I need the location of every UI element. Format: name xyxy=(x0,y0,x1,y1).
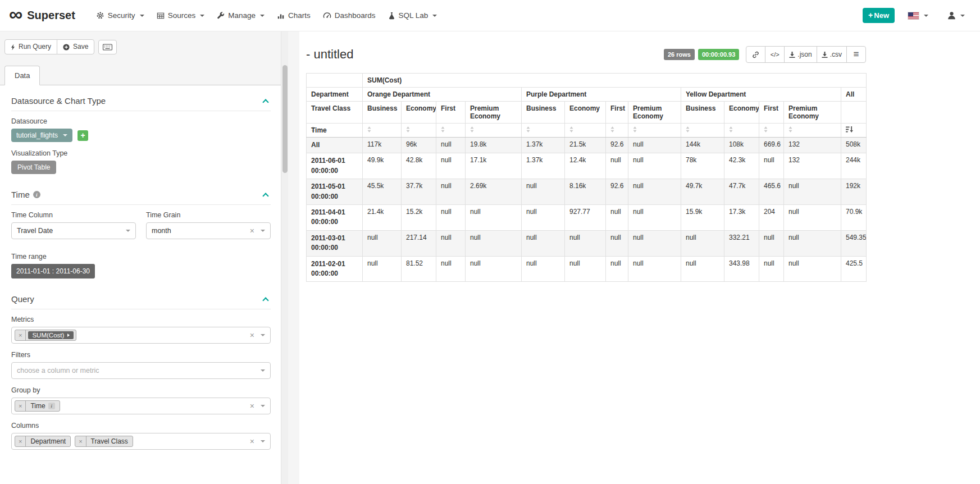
sort-icon[interactable] xyxy=(610,126,614,133)
remove-icon[interactable] xyxy=(15,436,26,446)
column-sort-header[interactable] xyxy=(436,124,466,138)
info-icon[interactable] xyxy=(33,191,40,198)
datasource-select[interactable]: tutorial_flights xyxy=(11,129,72,142)
add-datasource-button[interactable] xyxy=(78,130,88,141)
section-header-query[interactable]: Query xyxy=(11,286,271,309)
run-query-button[interactable]: Run Query xyxy=(4,39,57,54)
export-json-button[interactable]: .json xyxy=(784,46,817,63)
sort-icon[interactable] xyxy=(633,126,637,133)
clear-icon[interactable] xyxy=(250,437,254,445)
value-cell: 132 xyxy=(784,138,841,153)
navbar-right: New xyxy=(863,7,971,24)
sort-icon[interactable] xyxy=(526,126,530,133)
filters-select[interactable]: choose a column or metric xyxy=(11,362,271,379)
groupby-token[interactable]: Time xyxy=(15,400,60,412)
time-column-select[interactable]: Travel Date xyxy=(11,222,136,239)
column-sort-header[interactable] xyxy=(759,124,784,138)
metrics-select[interactable]: SUM(Cost) xyxy=(11,327,271,344)
columns-select[interactable]: DepartmentTravel Class xyxy=(11,433,271,450)
nav-item-dashboards[interactable]: Dashboards xyxy=(317,7,382,24)
travel-class-header: Economy xyxy=(565,102,606,124)
time-range-button[interactable]: 2011-01-01 : 2011-06-30 xyxy=(11,264,95,278)
filters-control: Filters choose a column or metric xyxy=(11,351,271,379)
metric-header-row: SUM(Cost) xyxy=(307,74,867,88)
caret-down-icon xyxy=(126,230,130,232)
nav-item-manage[interactable]: Manage xyxy=(211,7,271,24)
wrench-icon xyxy=(217,12,225,20)
clear-icon[interactable] xyxy=(250,331,254,339)
chart-menu-button[interactable] xyxy=(846,46,866,63)
time-column-value: Travel Date xyxy=(17,227,53,235)
clear-icon[interactable] xyxy=(250,402,254,410)
all-sort-header[interactable] xyxy=(841,124,867,138)
filters-label: Filters xyxy=(11,351,271,359)
query-toolbar: Run Query Save xyxy=(0,31,281,57)
new-button[interactable]: New xyxy=(863,8,895,23)
viz-type-label: Visualization Type xyxy=(11,149,271,157)
sort-icon[interactable] xyxy=(788,126,792,133)
value-cell: null xyxy=(522,256,565,282)
metric-token[interactable]: SUM(Cost) xyxy=(15,330,76,341)
column-sort-header[interactable] xyxy=(522,124,565,138)
sort-desc-icon[interactable] xyxy=(846,126,853,133)
column-token[interactable]: Travel Class xyxy=(75,436,133,447)
brand[interactable]: ∞ Superset xyxy=(9,8,75,24)
chart-title[interactable]: - untitled xyxy=(306,47,353,62)
scrollbar-thumb[interactable] xyxy=(282,65,288,173)
tab-data[interactable]: Data xyxy=(4,66,40,85)
language-selector[interactable] xyxy=(901,7,935,24)
value-cell: 508k xyxy=(841,138,867,153)
nav-item-sql-lab[interactable]: SQL Lab xyxy=(382,7,444,24)
section-header-time[interactable]: Time xyxy=(11,181,271,205)
column-sort-header[interactable] xyxy=(402,124,436,138)
remove-icon[interactable] xyxy=(75,436,86,446)
viz-type-select[interactable]: Pivot Table xyxy=(11,161,56,174)
column-sort-header[interactable] xyxy=(606,124,628,138)
value-cell: null xyxy=(606,256,628,282)
user-icon xyxy=(947,11,956,20)
columns-token-area: DepartmentTravel Class xyxy=(13,435,136,448)
column-sort-header[interactable] xyxy=(363,124,402,138)
sort-icon[interactable] xyxy=(686,126,690,133)
nav-item-charts[interactable]: Charts xyxy=(271,7,317,24)
metric-chip[interactable]: SUM(Cost) xyxy=(28,331,74,339)
short-url-button[interactable] xyxy=(746,46,765,63)
column-sort-header[interactable] xyxy=(565,124,606,138)
time-grain-select[interactable]: month xyxy=(146,222,271,239)
chart-controls: 26 rows 00:00:00.93 .json .csv xyxy=(664,46,866,63)
keyboard-shortcuts-button[interactable] xyxy=(98,40,117,54)
sort-icon[interactable] xyxy=(569,126,573,133)
value-cell: 343.98 xyxy=(724,256,759,282)
panel-scrollbar[interactable] xyxy=(281,31,288,484)
column-sort-header[interactable] xyxy=(784,124,841,138)
section-title: Time xyxy=(11,190,30,199)
column-token[interactable]: Department xyxy=(15,436,71,447)
export-csv-button[interactable]: .csv xyxy=(817,46,847,63)
nav-item-sources[interactable]: Sources xyxy=(151,7,211,24)
view-query-button[interactable] xyxy=(765,46,785,63)
column-sort-header[interactable] xyxy=(681,124,724,138)
value-cell: 12.4k xyxy=(565,153,606,179)
column-sort-header[interactable] xyxy=(628,124,681,138)
department-dim-header: Department xyxy=(307,88,363,102)
user-menu[interactable] xyxy=(941,7,971,24)
clear-icon[interactable] xyxy=(250,227,254,235)
column-sort-header[interactable] xyxy=(724,124,759,138)
flask-icon xyxy=(388,12,395,20)
save-button[interactable]: Save xyxy=(57,39,94,54)
time-sort-header[interactable]: Time xyxy=(307,124,363,138)
section-header-datasource[interactable]: Datasource & Chart Type xyxy=(11,88,271,111)
time-grain-label: Time Grain xyxy=(146,211,271,219)
sort-icon[interactable] xyxy=(441,126,445,133)
sort-icon[interactable] xyxy=(470,126,474,133)
column-sort-header[interactable] xyxy=(466,124,522,138)
remove-icon[interactable] xyxy=(15,401,26,411)
remove-icon[interactable] xyxy=(15,330,26,340)
panel-gap xyxy=(288,31,299,484)
groupby-select[interactable]: Time xyxy=(11,398,271,414)
nav-item-security[interactable]: Security xyxy=(90,7,151,24)
sort-icon[interactable] xyxy=(367,126,371,133)
sort-icon[interactable] xyxy=(406,126,410,133)
sort-icon[interactable] xyxy=(729,126,733,133)
sort-icon[interactable] xyxy=(764,126,768,133)
